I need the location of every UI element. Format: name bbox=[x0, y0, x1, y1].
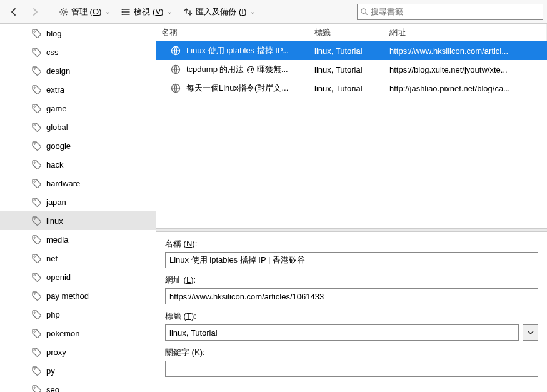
sidebar-item-design[interactable]: design bbox=[0, 61, 156, 80]
input-tags[interactable] bbox=[165, 324, 519, 341]
svg-point-5 bbox=[34, 31, 35, 32]
tag-icon bbox=[31, 215, 43, 226]
import-label: 匯入及備份 (I) bbox=[196, 6, 246, 18]
search-box[interactable] bbox=[357, 4, 543, 20]
sidebar-item-net[interactable]: net bbox=[0, 249, 156, 268]
svg-point-16 bbox=[34, 237, 35, 238]
tag-icon bbox=[31, 46, 43, 58]
chevron-down-icon bbox=[528, 329, 534, 336]
sidebar[interactable]: blogcssdesignextragameglobalgooglehackha… bbox=[0, 24, 156, 392]
manage-label: 管理 (O) bbox=[71, 6, 101, 18]
sidebar-item-py[interactable]: py bbox=[0, 361, 156, 380]
sidebar-item-label: media bbox=[46, 235, 68, 244]
detail-pane: 名稱 (N): 網址 (L): 標籤 (T): 關鍵字 (K): bbox=[156, 232, 547, 392]
cell-tags: linux, Tutorial bbox=[309, 46, 384, 56]
svg-point-17 bbox=[34, 256, 35, 257]
tag-icon bbox=[31, 28, 43, 39]
svg-point-24 bbox=[34, 387, 35, 388]
view-label: 檢視 (V) bbox=[134, 6, 163, 18]
sidebar-item-php[interactable]: php bbox=[0, 305, 156, 324]
input-keyword[interactable] bbox=[165, 361, 538, 377]
input-name[interactable] bbox=[165, 252, 538, 268]
label-keyword: 關鍵字 (K): bbox=[165, 347, 538, 358]
sidebar-item-game[interactable]: game bbox=[0, 99, 156, 118]
sidebar-item-label: hardware bbox=[46, 179, 80, 188]
sidebar-item-label: design bbox=[46, 66, 70, 76]
table-row[interactable]: 每天一個Linux指令(對岸文...linux, Tutorialhttp://… bbox=[156, 79, 547, 98]
field-tags: 標籤 (T): bbox=[165, 311, 538, 341]
bookmark-list[interactable]: Linux 使用 iptables 擋掉 IP...linux, Tutoria… bbox=[156, 41, 547, 228]
search-input[interactable] bbox=[371, 7, 540, 16]
import-backup-menu-button[interactable]: 匯入及備份 (I) ⌄ bbox=[178, 3, 260, 21]
sidebar-item-label: extra bbox=[46, 85, 64, 94]
chevron-down-icon: ⌄ bbox=[167, 8, 172, 15]
main-pane: 名稱 標籤 網址 Linux 使用 iptables 擋掉 IP...linux… bbox=[156, 24, 547, 392]
sidebar-item-hardware[interactable]: hardware bbox=[0, 174, 156, 193]
sidebar-item-openid[interactable]: openid bbox=[0, 268, 156, 286]
sidebar-item-media[interactable]: media bbox=[0, 230, 156, 249]
view-menu-button[interactable]: 檢視 (V) ⌄ bbox=[116, 3, 177, 21]
tag-icon bbox=[31, 140, 43, 151]
tag-icon bbox=[31, 103, 43, 114]
svg-point-3 bbox=[122, 14, 123, 15]
svg-point-10 bbox=[34, 124, 35, 126]
svg-point-22 bbox=[34, 349, 35, 351]
svg-point-23 bbox=[34, 368, 35, 369]
sidebar-item-proxy[interactable]: proxy bbox=[0, 343, 156, 361]
sidebar-item-seo[interactable]: seo bbox=[0, 380, 156, 392]
tag-icon bbox=[31, 159, 43, 170]
manage-menu-button[interactable]: 管理 (O) ⌄ bbox=[54, 3, 115, 21]
tags-dropdown-button[interactable] bbox=[523, 324, 538, 341]
label-url: 網址 (L): bbox=[165, 274, 538, 286]
label-tags: 標籤 (T): bbox=[165, 311, 538, 322]
sidebar-item-label: openid bbox=[46, 273, 71, 282]
sidebar-item-google[interactable]: google bbox=[0, 136, 156, 155]
svg-point-15 bbox=[34, 218, 35, 219]
field-keyword: 關鍵字 (K): bbox=[165, 347, 538, 377]
field-url: 網址 (L): bbox=[165, 274, 538, 304]
col-header-url[interactable]: 網址 bbox=[384, 24, 547, 41]
sidebar-item-pokemon[interactable]: pokemon bbox=[0, 324, 156, 343]
cell-tags: linux, Tutorial bbox=[309, 84, 384, 93]
nav-back-button[interactable] bbox=[4, 3, 24, 21]
tag-icon bbox=[31, 253, 43, 264]
label-name: 名稱 (N): bbox=[165, 238, 538, 249]
cell-url: http://jashliao.pixnet.net/blog/ca... bbox=[384, 84, 547, 93]
sidebar-item-label: seo bbox=[46, 385, 59, 393]
arrow-right-icon bbox=[30, 7, 40, 17]
sidebar-item-hack[interactable]: hack bbox=[0, 155, 156, 174]
sidebar-item-linux[interactable]: linux bbox=[0, 211, 156, 230]
sidebar-item-label: blog bbox=[46, 29, 62, 38]
tag-icon bbox=[31, 290, 43, 301]
sidebar-item-extra[interactable]: extra bbox=[0, 80, 156, 99]
sidebar-item-label: css bbox=[46, 48, 59, 57]
chevron-down-icon: ⌄ bbox=[250, 8, 255, 15]
nav-forward-button[interactable] bbox=[25, 3, 45, 21]
sidebar-item-japan[interactable]: japan bbox=[0, 193, 156, 211]
col-header-name[interactable]: 名稱 bbox=[156, 24, 309, 41]
input-url[interactable] bbox=[165, 288, 538, 304]
globe-icon bbox=[170, 83, 181, 94]
tag-icon bbox=[31, 121, 43, 133]
svg-point-13 bbox=[34, 181, 35, 182]
sidebar-item-label: pokemon bbox=[46, 329, 79, 338]
sidebar-item-pay-method[interactable]: pay method bbox=[0, 286, 156, 305]
svg-point-20 bbox=[34, 312, 35, 313]
toolbar: 管理 (O) ⌄ 檢視 (V) ⌄ 匯入及備份 (I) ⌄ bbox=[0, 0, 547, 24]
sidebar-item-label: proxy bbox=[46, 348, 66, 357]
table-row[interactable]: Linux 使用 iptables 擋掉 IP...linux, Tutoria… bbox=[156, 41, 547, 60]
sidebar-item-label: py bbox=[46, 366, 55, 376]
sidebar-item-blog[interactable]: blog bbox=[0, 24, 156, 43]
sidebar-item-css[interactable]: css bbox=[0, 43, 156, 61]
col-header-tags[interactable]: 標籤 bbox=[309, 24, 384, 41]
list-icon bbox=[121, 7, 131, 17]
svg-point-0 bbox=[63, 10, 65, 13]
svg-point-18 bbox=[34, 274, 35, 276]
field-name: 名稱 (N): bbox=[165, 238, 538, 268]
gear-icon bbox=[59, 7, 69, 17]
sidebar-item-global[interactable]: global bbox=[0, 118, 156, 136]
svg-point-19 bbox=[34, 293, 35, 294]
svg-point-7 bbox=[34, 68, 35, 69]
tag-icon bbox=[31, 84, 43, 95]
table-row[interactable]: tcpdump 的用法 @ 暉獲無...linux, Tutorialhttps… bbox=[156, 60, 547, 79]
